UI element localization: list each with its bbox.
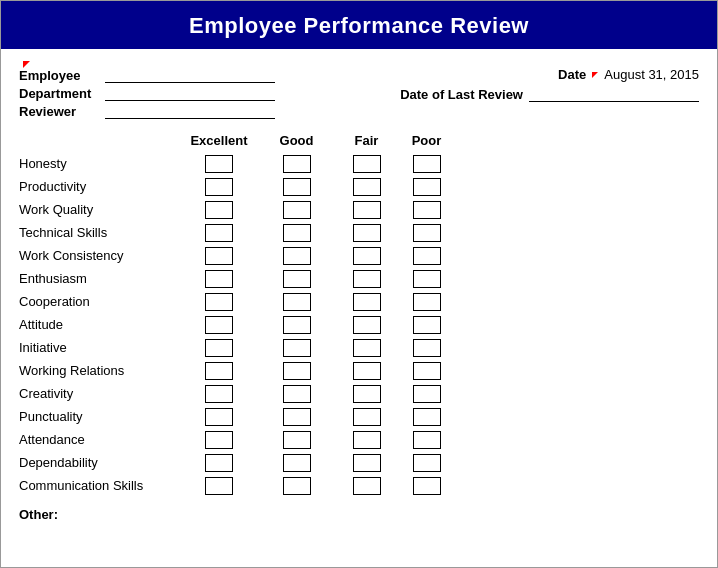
checkbox-fair[interactable]	[353, 454, 381, 472]
checkbox-poor[interactable]	[413, 155, 441, 173]
checkbox-poor[interactable]	[413, 477, 441, 495]
checkbox-poor[interactable]	[413, 201, 441, 219]
checkbox-fair[interactable]	[353, 477, 381, 495]
criteria-label: Productivity	[19, 179, 179, 194]
checkbox-fair[interactable]	[353, 339, 381, 357]
checkbox-poor[interactable]	[413, 339, 441, 357]
checkbox-excellent[interactable]	[205, 155, 233, 173]
table-row: Productivity	[19, 175, 699, 198]
checkbox-poor[interactable]	[413, 385, 441, 403]
checkbox-excellent[interactable]	[205, 224, 233, 242]
checkbox-good[interactable]	[283, 293, 311, 311]
checkbox-poor[interactable]	[413, 316, 441, 334]
checkbox-excellent[interactable]	[205, 431, 233, 449]
page-title: Employee Performance Review	[1, 1, 717, 49]
checkbox-poor[interactable]	[413, 362, 441, 380]
checkbox-good[interactable]	[283, 178, 311, 196]
checkbox-good[interactable]	[283, 270, 311, 288]
checkbox-fair[interactable]	[353, 316, 381, 334]
table-row: Technical Skills	[19, 221, 699, 244]
department-input[interactable]	[105, 85, 275, 101]
checkbox-poor[interactable]	[413, 270, 441, 288]
checkbox-excellent[interactable]	[205, 247, 233, 265]
checkbox-good[interactable]	[283, 385, 311, 403]
checkbox-good[interactable]	[283, 224, 311, 242]
criteria-label: Dependability	[19, 455, 179, 470]
date-red-corner-icon	[592, 72, 598, 78]
checkbox-excellent[interactable]	[205, 293, 233, 311]
fields-left: Employee Department Reviewer	[19, 67, 275, 119]
checkbox-good[interactable]	[283, 362, 311, 380]
rating-header-row: Excellent Good Fair Poor	[19, 133, 699, 148]
checkbox-fair[interactable]	[353, 155, 381, 173]
checkbox-fair[interactable]	[353, 408, 381, 426]
checkbox-good[interactable]	[283, 316, 311, 334]
other-label: Other:	[19, 507, 58, 522]
department-label: Department	[19, 86, 99, 101]
checkbox-fair[interactable]	[353, 362, 381, 380]
checkbox-excellent[interactable]	[205, 178, 233, 196]
table-row: Initiative	[19, 336, 699, 359]
fields-right: Date August 31, 2015 Date of Last Review	[400, 67, 699, 102]
checkbox-poor[interactable]	[413, 431, 441, 449]
table-row: Working Relations	[19, 359, 699, 382]
checkbox-poor[interactable]	[413, 454, 441, 472]
checkbox-excellent[interactable]	[205, 408, 233, 426]
table-row: Attitude	[19, 313, 699, 336]
checkbox-good[interactable]	[283, 431, 311, 449]
criteria-label: Attitude	[19, 317, 179, 332]
checkbox-poor[interactable]	[413, 408, 441, 426]
reviewer-input[interactable]	[105, 103, 275, 119]
checkbox-fair[interactable]	[353, 178, 381, 196]
checkbox-excellent[interactable]	[205, 316, 233, 334]
checkbox-poor[interactable]	[413, 293, 441, 311]
table-row: Dependability	[19, 451, 699, 474]
date-value: August 31, 2015	[604, 67, 699, 82]
checkbox-good[interactable]	[283, 155, 311, 173]
page: Employee Performance Review Employee Dep…	[0, 0, 718, 568]
checkbox-poor[interactable]	[413, 224, 441, 242]
criteria-table: HonestyProductivityWork QualityTechnical…	[19, 152, 699, 497]
checkbox-good[interactable]	[283, 339, 311, 357]
checkbox-poor[interactable]	[413, 247, 441, 265]
checkbox-excellent[interactable]	[205, 477, 233, 495]
reviewer-field-line: Reviewer	[19, 103, 275, 119]
last-review-label: Date of Last Review	[400, 87, 523, 102]
checkbox-excellent[interactable]	[205, 201, 233, 219]
checkbox-excellent[interactable]	[205, 385, 233, 403]
checkbox-fair[interactable]	[353, 385, 381, 403]
checkbox-excellent[interactable]	[205, 454, 233, 472]
table-row: Cooperation	[19, 290, 699, 313]
other-section: Other:	[1, 497, 717, 532]
checkbox-good[interactable]	[283, 247, 311, 265]
checkbox-good[interactable]	[283, 408, 311, 426]
table-row: Creativity	[19, 382, 699, 405]
checkbox-poor[interactable]	[413, 178, 441, 196]
criteria-label: Work Consistency	[19, 248, 179, 263]
checkbox-fair[interactable]	[353, 247, 381, 265]
checkbox-fair[interactable]	[353, 201, 381, 219]
checkbox-fair[interactable]	[353, 431, 381, 449]
table-row: Attendance	[19, 428, 699, 451]
last-review-input[interactable]	[529, 86, 699, 102]
table-row: Enthusiasm	[19, 267, 699, 290]
checkbox-fair[interactable]	[353, 224, 381, 242]
date-label: Date	[558, 67, 586, 82]
table-row: Communication Skills	[19, 474, 699, 497]
date-row: Date August 31, 2015	[558, 67, 699, 82]
criteria-label: Enthusiasm	[19, 271, 179, 286]
checkbox-good[interactable]	[283, 477, 311, 495]
criteria-label: Initiative	[19, 340, 179, 355]
checkbox-fair[interactable]	[353, 270, 381, 288]
employee-input[interactable]	[105, 67, 275, 83]
criteria-label: Honesty	[19, 156, 179, 171]
employee-label: Employee	[19, 68, 99, 83]
checkbox-fair[interactable]	[353, 293, 381, 311]
criteria-label: Working Relations	[19, 363, 179, 378]
criteria-label: Creativity	[19, 386, 179, 401]
checkbox-good[interactable]	[283, 454, 311, 472]
checkbox-excellent[interactable]	[205, 362, 233, 380]
checkbox-excellent[interactable]	[205, 339, 233, 357]
checkbox-good[interactable]	[283, 201, 311, 219]
checkbox-excellent[interactable]	[205, 270, 233, 288]
